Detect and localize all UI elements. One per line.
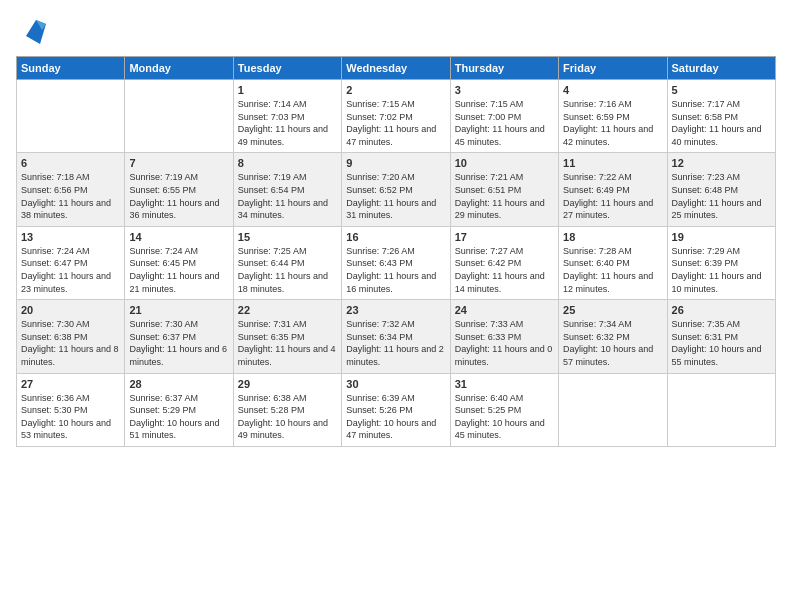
day-number: 9 <box>346 157 445 169</box>
calendar-week-1: 1Sunrise: 7:14 AMSunset: 7:03 PMDaylight… <box>17 80 776 153</box>
day-number: 3 <box>455 84 554 96</box>
day-number: 6 <box>21 157 120 169</box>
day-header-friday: Friday <box>559 57 667 80</box>
day-number: 16 <box>346 231 445 243</box>
cell-content: Sunrise: 7:35 AMSunset: 6:31 PMDaylight:… <box>672 318 771 368</box>
calendar-cell: 16Sunrise: 7:26 AMSunset: 6:43 PMDayligh… <box>342 226 450 299</box>
day-number: 28 <box>129 378 228 390</box>
cell-content: Sunrise: 7:15 AMSunset: 7:02 PMDaylight:… <box>346 98 445 148</box>
calendar-cell: 25Sunrise: 7:34 AMSunset: 6:32 PMDayligh… <box>559 300 667 373</box>
cell-content: Sunrise: 7:19 AMSunset: 6:54 PMDaylight:… <box>238 171 337 221</box>
cell-content: Sunrise: 7:19 AMSunset: 6:55 PMDaylight:… <box>129 171 228 221</box>
day-number: 23 <box>346 304 445 316</box>
cell-content: Sunrise: 7:29 AMSunset: 6:39 PMDaylight:… <box>672 245 771 295</box>
day-number: 21 <box>129 304 228 316</box>
calendar-week-2: 6Sunrise: 7:18 AMSunset: 6:56 PMDaylight… <box>17 153 776 226</box>
day-number: 5 <box>672 84 771 96</box>
calendar-cell: 2Sunrise: 7:15 AMSunset: 7:02 PMDaylight… <box>342 80 450 153</box>
cell-content: Sunrise: 7:24 AMSunset: 6:45 PMDaylight:… <box>129 245 228 295</box>
cell-content: Sunrise: 7:17 AMSunset: 6:58 PMDaylight:… <box>672 98 771 148</box>
calendar-cell: 17Sunrise: 7:27 AMSunset: 6:42 PMDayligh… <box>450 226 558 299</box>
cell-content: Sunrise: 6:36 AMSunset: 5:30 PMDaylight:… <box>21 392 120 442</box>
day-header-saturday: Saturday <box>667 57 775 80</box>
cell-content: Sunrise: 7:22 AMSunset: 6:49 PMDaylight:… <box>563 171 662 221</box>
calendar-cell: 26Sunrise: 7:35 AMSunset: 6:31 PMDayligh… <box>667 300 775 373</box>
calendar-cell: 28Sunrise: 6:37 AMSunset: 5:29 PMDayligh… <box>125 373 233 446</box>
cell-content: Sunrise: 7:25 AMSunset: 6:44 PMDaylight:… <box>238 245 337 295</box>
day-number: 31 <box>455 378 554 390</box>
day-number: 1 <box>238 84 337 96</box>
calendar-cell: 19Sunrise: 7:29 AMSunset: 6:39 PMDayligh… <box>667 226 775 299</box>
cell-content: Sunrise: 7:28 AMSunset: 6:40 PMDaylight:… <box>563 245 662 295</box>
calendar-week-3: 13Sunrise: 7:24 AMSunset: 6:47 PMDayligh… <box>17 226 776 299</box>
calendar-cell: 8Sunrise: 7:19 AMSunset: 6:54 PMDaylight… <box>233 153 341 226</box>
calendar-cell: 1Sunrise: 7:14 AMSunset: 7:03 PMDaylight… <box>233 80 341 153</box>
cell-content: Sunrise: 7:16 AMSunset: 6:59 PMDaylight:… <box>563 98 662 148</box>
day-number: 12 <box>672 157 771 169</box>
calendar-cell: 15Sunrise: 7:25 AMSunset: 6:44 PMDayligh… <box>233 226 341 299</box>
cell-content: Sunrise: 6:39 AMSunset: 5:26 PMDaylight:… <box>346 392 445 442</box>
cell-content: Sunrise: 6:38 AMSunset: 5:28 PMDaylight:… <box>238 392 337 442</box>
cell-content: Sunrise: 7:24 AMSunset: 6:47 PMDaylight:… <box>21 245 120 295</box>
day-number: 11 <box>563 157 662 169</box>
cell-content: Sunrise: 7:20 AMSunset: 6:52 PMDaylight:… <box>346 171 445 221</box>
cell-content: Sunrise: 6:37 AMSunset: 5:29 PMDaylight:… <box>129 392 228 442</box>
calendar-cell: 14Sunrise: 7:24 AMSunset: 6:45 PMDayligh… <box>125 226 233 299</box>
cell-content: Sunrise: 7:21 AMSunset: 6:51 PMDaylight:… <box>455 171 554 221</box>
day-number: 26 <box>672 304 771 316</box>
logo <box>16 16 46 44</box>
day-header-tuesday: Tuesday <box>233 57 341 80</box>
calendar-cell: 23Sunrise: 7:32 AMSunset: 6:34 PMDayligh… <box>342 300 450 373</box>
day-number: 14 <box>129 231 228 243</box>
day-number: 18 <box>563 231 662 243</box>
cell-content: Sunrise: 7:14 AMSunset: 7:03 PMDaylight:… <box>238 98 337 148</box>
calendar-cell: 27Sunrise: 6:36 AMSunset: 5:30 PMDayligh… <box>17 373 125 446</box>
cell-content: Sunrise: 7:15 AMSunset: 7:00 PMDaylight:… <box>455 98 554 148</box>
cell-content: Sunrise: 7:30 AMSunset: 6:37 PMDaylight:… <box>129 318 228 368</box>
calendar-cell <box>559 373 667 446</box>
day-number: 13 <box>21 231 120 243</box>
day-header-monday: Monday <box>125 57 233 80</box>
calendar-cell: 4Sunrise: 7:16 AMSunset: 6:59 PMDaylight… <box>559 80 667 153</box>
day-number: 10 <box>455 157 554 169</box>
day-number: 15 <box>238 231 337 243</box>
calendar-week-5: 27Sunrise: 6:36 AMSunset: 5:30 PMDayligh… <box>17 373 776 446</box>
cell-content: Sunrise: 7:33 AMSunset: 6:33 PMDaylight:… <box>455 318 554 368</box>
calendar-cell: 5Sunrise: 7:17 AMSunset: 6:58 PMDaylight… <box>667 80 775 153</box>
calendar-cell <box>667 373 775 446</box>
calendar-cell: 13Sunrise: 7:24 AMSunset: 6:47 PMDayligh… <box>17 226 125 299</box>
day-number: 29 <box>238 378 337 390</box>
cell-content: Sunrise: 7:23 AMSunset: 6:48 PMDaylight:… <box>672 171 771 221</box>
calendar-week-4: 20Sunrise: 7:30 AMSunset: 6:38 PMDayligh… <box>17 300 776 373</box>
calendar-cell: 30Sunrise: 6:39 AMSunset: 5:26 PMDayligh… <box>342 373 450 446</box>
day-number: 2 <box>346 84 445 96</box>
calendar-cell: 24Sunrise: 7:33 AMSunset: 6:33 PMDayligh… <box>450 300 558 373</box>
cell-content: Sunrise: 6:40 AMSunset: 5:25 PMDaylight:… <box>455 392 554 442</box>
cell-content: Sunrise: 7:34 AMSunset: 6:32 PMDaylight:… <box>563 318 662 368</box>
day-number: 22 <box>238 304 337 316</box>
cell-content: Sunrise: 7:18 AMSunset: 6:56 PMDaylight:… <box>21 171 120 221</box>
day-number: 8 <box>238 157 337 169</box>
calendar-cell: 20Sunrise: 7:30 AMSunset: 6:38 PMDayligh… <box>17 300 125 373</box>
cell-content: Sunrise: 7:32 AMSunset: 6:34 PMDaylight:… <box>346 318 445 368</box>
day-number: 4 <box>563 84 662 96</box>
calendar-cell: 7Sunrise: 7:19 AMSunset: 6:55 PMDaylight… <box>125 153 233 226</box>
day-number: 24 <box>455 304 554 316</box>
calendar-cell: 11Sunrise: 7:22 AMSunset: 6:49 PMDayligh… <box>559 153 667 226</box>
day-number: 20 <box>21 304 120 316</box>
logo-bird-icon <box>22 16 46 44</box>
calendar-cell: 3Sunrise: 7:15 AMSunset: 7:00 PMDaylight… <box>450 80 558 153</box>
calendar-cell: 21Sunrise: 7:30 AMSunset: 6:37 PMDayligh… <box>125 300 233 373</box>
day-number: 17 <box>455 231 554 243</box>
day-header-sunday: Sunday <box>17 57 125 80</box>
calendar-cell: 31Sunrise: 6:40 AMSunset: 5:25 PMDayligh… <box>450 373 558 446</box>
day-header-wednesday: Wednesday <box>342 57 450 80</box>
calendar-cell: 18Sunrise: 7:28 AMSunset: 6:40 PMDayligh… <box>559 226 667 299</box>
cell-content: Sunrise: 7:26 AMSunset: 6:43 PMDaylight:… <box>346 245 445 295</box>
calendar-cell: 29Sunrise: 6:38 AMSunset: 5:28 PMDayligh… <box>233 373 341 446</box>
day-number: 27 <box>21 378 120 390</box>
calendar-cell: 10Sunrise: 7:21 AMSunset: 6:51 PMDayligh… <box>450 153 558 226</box>
day-header-thursday: Thursday <box>450 57 558 80</box>
day-number: 7 <box>129 157 228 169</box>
calendar-table: SundayMondayTuesdayWednesdayThursdayFrid… <box>16 56 776 447</box>
